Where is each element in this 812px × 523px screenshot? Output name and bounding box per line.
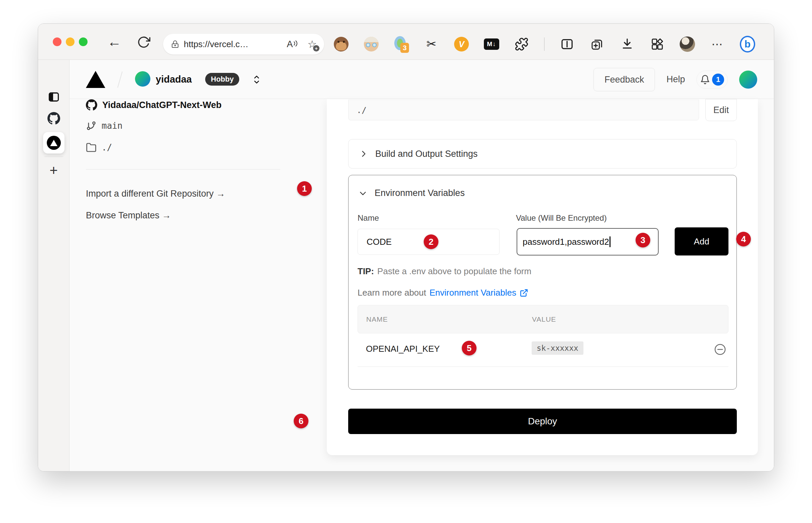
name-column-header: NAME xyxy=(366,315,532,323)
root-dir-row: ./ xyxy=(86,141,112,154)
root-dir: ./ xyxy=(101,142,112,152)
chevron-down-icon xyxy=(359,189,367,198)
back-button[interactable]: ← xyxy=(107,34,121,50)
sidebar-divider xyxy=(44,157,63,157)
bing-chat-icon[interactable]: b xyxy=(740,36,755,53)
configure-project-card: ./ Edit Build and Output Settings Enviro… xyxy=(327,99,758,455)
downloads-icon[interactable] xyxy=(620,37,635,51)
bell-icon xyxy=(700,75,710,85)
annotation-badge-1: 1 xyxy=(297,181,312,196)
team-switcher-icon[interactable] xyxy=(252,75,261,85)
vercel-tab-active[interactable] xyxy=(43,132,64,154)
chevron-right-icon xyxy=(359,149,368,158)
toolbar-divider xyxy=(544,37,545,51)
row-divider xyxy=(358,366,729,367)
feedback-button[interactable]: Feedback xyxy=(593,68,655,91)
vertical-tabs-icon[interactable] xyxy=(48,91,60,103)
environment-variables-section: Environment Variables Name Value (Will B… xyxy=(348,175,737,390)
root-directory-input[interactable]: ./ xyxy=(348,100,699,120)
read-aloud-icon[interactable]: A xyxy=(287,39,297,50)
tip-text: TIP:Paste a .env above to populate the f… xyxy=(358,266,531,276)
monkey-extension-icon[interactable] xyxy=(334,37,349,52)
breadcrumb-slash xyxy=(117,72,122,88)
external-link-icon xyxy=(520,289,528,297)
refresh-button[interactable] xyxy=(137,35,150,49)
notifications-button[interactable]: 1 xyxy=(696,71,728,89)
scissors-extension-icon[interactable]: ✂ xyxy=(424,37,439,51)
annotation-badge-4: 4 xyxy=(736,232,751,247)
build-output-settings-section[interactable]: Build and Output Settings xyxy=(348,139,737,168)
browse-templates-link[interactable]: Browse Templates → xyxy=(86,210,171,221)
env-table-header: NAME VALUE xyxy=(358,305,729,333)
address-bar[interactable]: https://vercel.c… A ☆ + xyxy=(163,34,324,54)
more-menu-icon[interactable]: ⋯ xyxy=(710,37,725,51)
github-icon xyxy=(86,99,97,111)
screenshot-extension-icon[interactable]: 3 xyxy=(394,35,409,53)
team-avatar[interactable] xyxy=(135,71,150,87)
help-link[interactable]: Help xyxy=(666,74,685,85)
puzzle-extensions-icon[interactable] xyxy=(514,37,529,51)
branch-name: main xyxy=(101,121,122,131)
favorite-plus-badge: + xyxy=(313,45,319,52)
deploy-button[interactable]: Deploy xyxy=(348,409,737,434)
annotation-badge-5: 5 xyxy=(462,341,476,356)
add-button[interactable]: Add xyxy=(675,228,729,255)
apps-icon[interactable] xyxy=(649,37,665,51)
collections-icon[interactable] xyxy=(589,37,605,51)
close-window-button[interactable] xyxy=(53,37,61,46)
browser-window: ← https://vercel.c… A ☆ + xyxy=(38,23,774,471)
value-column-header: VALUE xyxy=(532,315,556,323)
desktop-background: { "toolbar": { "url": "https://vercel.c…… xyxy=(0,0,812,523)
import-page-body: Yidadaa/ChatGPT-Next-Web main ./ Import … xyxy=(70,99,774,471)
github-tab-icon[interactable] xyxy=(48,112,60,125)
vercel-header: yidadaa Hobby Feedback Help 1 xyxy=(70,60,774,99)
edit-button[interactable]: Edit xyxy=(705,99,737,121)
env-variables-link[interactable]: Environment Variables xyxy=(429,288,516,298)
extension-count-badge: 3 xyxy=(400,43,409,53)
plan-badge: Hobby xyxy=(205,73,239,86)
user-avatar[interactable] xyxy=(739,71,757,89)
import-different-repo-link[interactable]: Import a different Git Repository → xyxy=(86,188,225,199)
env-row-value: sk-xxxxxx xyxy=(532,341,583,355)
edge-sidebar: + xyxy=(38,60,70,471)
folder-icon xyxy=(86,142,97,153)
split-screen-icon[interactable] xyxy=(560,37,575,51)
annotation-badge-3: 3 xyxy=(636,233,650,248)
name-label: Name xyxy=(358,213,379,223)
lock-icon[interactable] xyxy=(171,39,179,49)
team-name[interactable]: yidadaa xyxy=(156,74,192,85)
minimize-window-button[interactable] xyxy=(66,37,75,46)
notification-count-badge: 1 xyxy=(712,74,724,86)
git-branch-icon xyxy=(86,120,97,131)
left-divider xyxy=(86,169,280,169)
vercel-favicon xyxy=(47,136,61,150)
env-section-title: Environment Variables xyxy=(375,188,465,198)
learn-more-row: Learn more about Environment Variables xyxy=(358,288,528,298)
v-extension-icon[interactable]: V xyxy=(454,37,469,52)
new-tab-button[interactable]: + xyxy=(50,163,58,178)
url-text: https://vercel.c… xyxy=(184,39,249,50)
branch-row: main xyxy=(86,119,122,132)
repo-name: Yidadaa/ChatGPT-Next-Web xyxy=(102,100,222,110)
zoom-window-button[interactable] xyxy=(79,37,88,46)
window-controls xyxy=(53,37,88,46)
remove-variable-button[interactable] xyxy=(714,343,726,356)
extensions-row: 3 ✂ V M↓ ⋯ b xyxy=(334,34,755,54)
annotation-badge-6: 6 xyxy=(294,414,308,428)
add-favorite-icon[interactable]: ☆ + xyxy=(307,39,317,50)
text-cursor xyxy=(609,236,610,247)
env-section-header[interactable]: Environment Variables xyxy=(359,188,465,198)
env-row-name: OPENAI_API_KEY xyxy=(366,344,440,354)
browser-profile-avatar[interactable] xyxy=(680,36,695,52)
value-label: Value (Will Be Encrypted) xyxy=(516,213,607,223)
build-section-title: Build and Output Settings xyxy=(375,149,477,159)
grandma-extension-icon[interactable] xyxy=(363,37,379,52)
browser-toolbar: ← https://vercel.c… A ☆ + xyxy=(38,24,774,60)
markdown-extension-icon[interactable]: M↓ xyxy=(484,38,499,50)
annotation-badge-2: 2 xyxy=(424,234,438,249)
vercel-page: yidadaa Hobby Feedback Help 1 xyxy=(70,60,774,471)
vercel-logo[interactable] xyxy=(86,71,105,88)
header-actions: Feedback Help 1 xyxy=(593,60,757,99)
repo-summary: Yidadaa/ChatGPT-Next-Web xyxy=(86,98,222,112)
